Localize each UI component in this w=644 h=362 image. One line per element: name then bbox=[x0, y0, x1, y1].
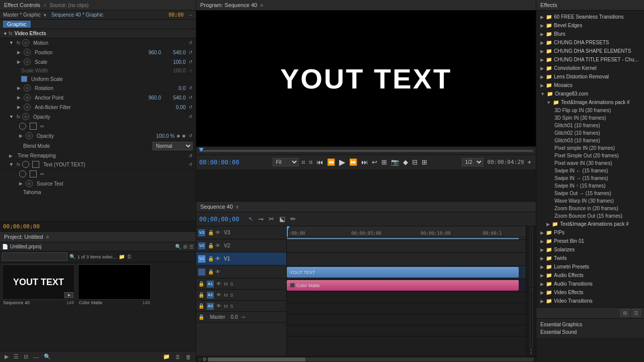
a2-toggle[interactable]: A2 bbox=[207, 292, 214, 299]
effects-group-solarizes[interactable]: ▶ 📁 Solarizes bbox=[536, 245, 644, 254]
master-link-btn[interactable]: ⊸ bbox=[241, 314, 245, 320]
play-stop-btn[interactable]: ▶ bbox=[338, 156, 347, 168]
text-reset[interactable]: ↺ bbox=[189, 162, 193, 167]
effects-group-chung-presets[interactable]: ▶ 📁 CHUNG DHA PRESETS bbox=[536, 38, 644, 47]
search-icon[interactable]: 🔍 bbox=[175, 244, 181, 249]
v1b-eye[interactable]: 👁 bbox=[215, 269, 220, 275]
position-reset[interactable]: ↺ bbox=[189, 50, 193, 55]
effect-item-zoombounceout[interactable]: Zoom Bounce Out (15 frames) bbox=[536, 212, 644, 220]
list-view-btn[interactable]: ☰ bbox=[12, 353, 20, 360]
project-menu-icon[interactable]: ≡ bbox=[46, 234, 49, 240]
v2-toggle[interactable]: V2 bbox=[198, 242, 205, 249]
time-remap-reset[interactable]: ↺ bbox=[189, 153, 193, 158]
timeline-scrollbar[interactable] bbox=[208, 357, 534, 361]
loop-btn[interactable]: ↩ bbox=[370, 157, 379, 167]
video-effects-toggle[interactable]: ▼ bbox=[3, 31, 8, 36]
master-dropdown-icon[interactable]: ▼ bbox=[43, 13, 47, 18]
a1-solo[interactable]: S bbox=[230, 282, 233, 287]
clip-color-matte[interactable]: ⬛ Color Matte bbox=[287, 280, 519, 291]
opacity-reset2[interactable]: ↺ bbox=[189, 133, 193, 138]
effects-group-audio-effects[interactable]: ▶ 📁 Audio Effects bbox=[536, 271, 644, 280]
essential-graphics-btn[interactable]: Essential Graphics bbox=[540, 321, 640, 328]
antiflicker-toggle[interactable]: ▶ bbox=[17, 105, 21, 110]
scale-toggle[interactable]: ▶ bbox=[17, 59, 21, 64]
export-frame-btn[interactable]: 📷 bbox=[389, 157, 400, 167]
a3-eye[interactable]: 👁 bbox=[216, 303, 221, 309]
a3-solo[interactable]: S bbox=[230, 304, 233, 309]
effects-group-orange[interactable]: ▼ 📁 Orange83.com bbox=[536, 89, 644, 98]
effects-group-bevel[interactable]: ▶ 📁 Bevel Edges bbox=[536, 21, 644, 30]
effects-grid-btn[interactable]: ⊞ bbox=[620, 309, 629, 317]
motion-toggle[interactable]: ▼ bbox=[9, 40, 14, 45]
effects-group-video-trans[interactable]: ▶ 📁 Video Transitions bbox=[536, 297, 644, 305]
search-find-icon[interactable]: 🔍 bbox=[69, 254, 75, 259]
effect-item-swipeinu[interactable]: Swipe IN ↑ (15 frames) bbox=[536, 182, 644, 190]
add-marker-btn[interactable]: ◆ bbox=[401, 157, 410, 167]
a1-eye[interactable]: 👁 bbox=[216, 281, 221, 287]
new-bin-btn[interactable]: 📁 bbox=[162, 353, 172, 360]
timeline-ruler[interactable]: :00;00 00;00;05;00 00;00;10;00 00;00;1 bbox=[287, 226, 526, 237]
fit-select[interactable]: Fit 25% 50% 100% bbox=[273, 158, 299, 166]
timeline-playhead[interactable] bbox=[287, 226, 288, 237]
rotation-toggle[interactable]: ▶ bbox=[17, 85, 21, 90]
v2-eye[interactable]: 👁 bbox=[215, 243, 220, 248]
scrub-track[interactable] bbox=[199, 150, 533, 152]
tl-slip-tool[interactable]: ⬕ bbox=[278, 214, 287, 224]
tl-timecode[interactable]: 00;00;00;00 bbox=[199, 216, 239, 223]
timecode-start[interactable]: 00:00:00:00 bbox=[199, 159, 239, 166]
scrollbar-thumb[interactable] bbox=[208, 357, 305, 361]
icon-view-btn[interactable]: ⊟ bbox=[22, 353, 30, 360]
a2-eye[interactable]: 👁 bbox=[216, 292, 221, 298]
effects-group-presetbin[interactable]: ▶ 📁 Preset Bin 01 bbox=[536, 237, 644, 245]
search-proj-btn[interactable]: 🔍 bbox=[42, 353, 52, 360]
slider-handle[interactable]: — bbox=[32, 353, 40, 360]
out-mark-btn[interactable]: ⌗ bbox=[300, 157, 306, 167]
effect-item-3dflipup[interactable]: 3D Flip up IN (30 frames) bbox=[536, 107, 644, 114]
effects-group-chung-title[interactable]: ▶ 📁 CHUNG DHA TITLE PRESET - Chu... bbox=[536, 55, 644, 64]
grid-view-icon[interactable]: ⊞ bbox=[183, 244, 187, 249]
go-to-sequence-btn[interactable]: → bbox=[188, 12, 193, 18]
effects-group-convolution[interactable]: ▶ 📁 Convolution Kernel bbox=[536, 64, 644, 72]
v1b-toggle[interactable] bbox=[198, 268, 205, 276]
goto-in-btn[interactable]: ⏮ bbox=[315, 157, 325, 167]
position-toggle[interactable]: ▶ bbox=[17, 50, 21, 55]
scale-reset[interactable]: ↺ bbox=[189, 59, 193, 64]
uniform-scale-checkbox[interactable] bbox=[21, 76, 27, 82]
effect-item-glitch01[interactable]: Glitch01 (10 frames) bbox=[536, 122, 644, 129]
anchor-reset[interactable]: ↺ bbox=[189, 95, 193, 100]
anchor-x[interactable]: 960.0 bbox=[138, 95, 161, 101]
antiflicker-value[interactable]: 0.00 bbox=[163, 105, 186, 110]
rotation-value[interactable]: 0.0 bbox=[163, 85, 186, 91]
effect-item-glitch02[interactable]: Glitch02 (10 frames) bbox=[536, 129, 644, 137]
a2-mute[interactable]: M bbox=[224, 293, 228, 298]
tl-pen-tool[interactable]: ✏ bbox=[289, 214, 297, 224]
a1-mute[interactable]: M bbox=[224, 282, 228, 287]
effects-group-blurs[interactable]: ▶ 📁 Blurs bbox=[536, 30, 644, 38]
goto-out-btn[interactable]: ⏭ bbox=[360, 157, 369, 167]
program-menu-icon[interactable]: ≡ bbox=[260, 3, 263, 8]
opacity-toggle[interactable]: ▼ bbox=[9, 114, 14, 119]
in-mark-btn[interactable]: ⌗ bbox=[307, 157, 314, 167]
step-fwd-btn[interactable]: ⏩ bbox=[348, 157, 359, 167]
v3-eye[interactable]: 👁 bbox=[215, 230, 220, 235]
effect-item-glitch03[interactable]: Glitch03 (10 frames) bbox=[536, 137, 644, 144]
new-bin-icon[interactable]: 📁 bbox=[119, 254, 125, 259]
position-y[interactable]: 540.0 bbox=[163, 50, 186, 55]
half-select[interactable]: 1/2 Full 1/4 bbox=[462, 158, 484, 166]
effect-item-3dspin[interactable]: 3D Spin IN (30 frames) bbox=[536, 114, 644, 122]
a3-mute[interactable]: M bbox=[224, 304, 228, 309]
opacity-kf2[interactable]: ◆ bbox=[182, 133, 186, 138]
effect-item-swipeinr[interactable]: Swipe IN → (15 frames) bbox=[536, 174, 644, 182]
antiflicker-reset[interactable]: ↺ bbox=[189, 105, 193, 110]
clip-yout-text[interactable]: YOUT TEXT bbox=[287, 267, 519, 278]
a3-toggle[interactable]: A3 bbox=[207, 303, 214, 310]
tl-razor-tool[interactable]: ✂ bbox=[267, 214, 276, 224]
timeline-menu-icon[interactable]: ≡ bbox=[236, 204, 239, 210]
opacity-val-toggle[interactable]: ▶ bbox=[19, 133, 23, 138]
effects-group-lumetri[interactable]: ▶ 📁 Lumetri Presets bbox=[536, 262, 644, 271]
effects-group-chung-shape[interactable]: ▶ 📁 CHUNG DHA SHAPE ELEMENTS bbox=[536, 47, 644, 55]
effect-controls-scroll[interactable]: ▼ fx Video Effects ▼ fx ◎ Motion ↺ ▶ ◎ P… bbox=[0, 29, 196, 221]
scale-value[interactable]: 100.0 bbox=[163, 59, 186, 65]
time-remap-toggle[interactable]: ▶ bbox=[9, 153, 13, 158]
effects-group-60free[interactable]: ▶ 📁 60 FREE Seamless Transitions bbox=[536, 13, 644, 21]
